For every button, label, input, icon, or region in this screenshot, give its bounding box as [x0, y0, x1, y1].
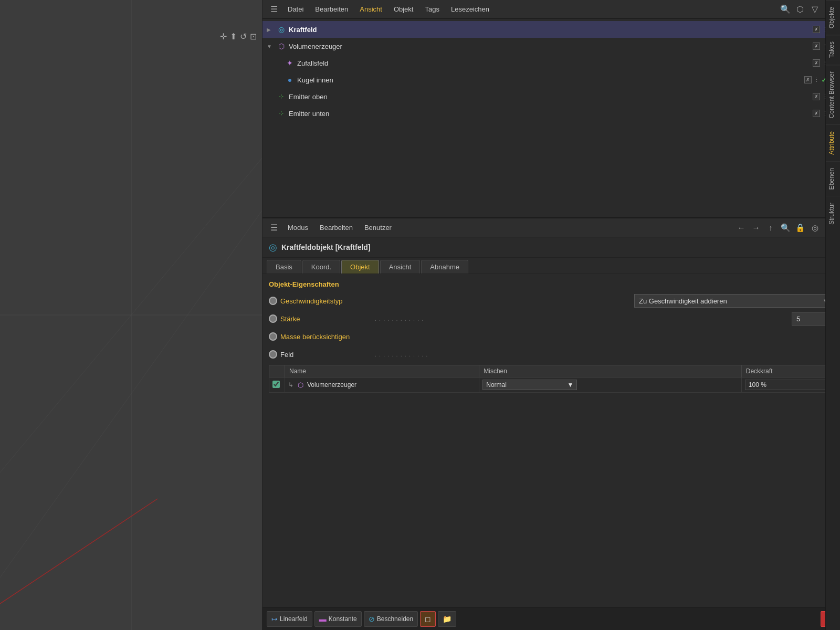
list-item[interactable]: ● Kugel innen ✗ ⋮ ✓ — [262, 71, 840, 88]
top-menubar: ☰ Datei Bearbeiten Ansicht Objekt Tags L… — [262, 0, 840, 19]
menu-bearbeiten[interactable]: Bearbeiten — [310, 3, 353, 15]
nav-up-icon[interactable]: ↑ — [764, 222, 777, 234]
obj-vis-checkbox[interactable]: ✗ — [813, 26, 820, 33]
linearfeld-label: Linearfeld — [280, 615, 308, 623]
attr-lock-icon[interactable]: 🔒 — [794, 222, 806, 234]
object-panel: ▶ ◎ Kraftfeld ✗ ⋮ ✓ ▼ ⬡ Volumenerzeuger … — [262, 19, 840, 218]
obj-vis-checkbox[interactable]: ✗ — [813, 59, 820, 67]
kugel-icon: ● — [285, 75, 295, 85]
prop-label-geschwindigkeitstyp: Geschwindigkeitstyp — [280, 297, 375, 305]
row-mischen-cell: Normal ▼ — [479, 377, 742, 393]
tab-koord[interactable]: Koord. — [302, 260, 340, 274]
tab-objekt[interactable]: Objekt — [341, 260, 379, 274]
select-button[interactable]: ◻ — [420, 611, 436, 627]
search-icon[interactable]: 🔍 — [779, 3, 792, 16]
attr-bearbeiten[interactable]: Bearbeiten — [314, 222, 358, 234]
menu-hamburger-icon[interactable]: ☰ — [267, 2, 281, 17]
sidebar-tab-ebenen[interactable]: Ebenen — [826, 161, 840, 196]
list-item[interactable]: ▼ ⬡ Volumenerzeuger ✗ ⋮ ✓ — [262, 38, 840, 55]
prop-label-masse: Masse berücksichtigen — [280, 333, 375, 341]
zufalls-icon: ✦ — [285, 58, 295, 68]
dropdown-value: Zu Geschwindigkeit addieren — [639, 297, 727, 305]
tree-expand-icon[interactable]: ▶ — [267, 27, 273, 33]
row-mischen-dropdown[interactable]: Normal ▼ — [482, 380, 577, 390]
viewport-grid — [0, 0, 262, 630]
list-item[interactable]: ✦ Zufallsfeld ✗ ⋮ ✓ — [262, 55, 840, 71]
zufallsfeld-label: Zufallsfeld — [297, 59, 811, 67]
menu-ansicht[interactable]: Ansicht — [354, 3, 387, 15]
mischen-value: Normal — [486, 381, 507, 388]
pan-icon[interactable]: ⬆ — [230, 32, 237, 41]
obj-vis-checkbox[interactable]: ✗ — [813, 93, 820, 100]
attributes-panel: ☰ Modus Bearbeiten Benutzer ← → ↑ 🔍 🔒 ◎ … — [262, 218, 840, 630]
attr-modus[interactable]: Modus — [282, 222, 313, 234]
filter-icon[interactable]: ⬡ — [794, 3, 806, 16]
row-link-icon: ↳ — [288, 381, 293, 388]
prop-radio-staerke[interactable] — [269, 314, 277, 323]
obj-dots: ⋮ — [814, 77, 819, 83]
prop-dropdown-geschwindigkeitstyp[interactable]: Zu Geschwindigkeit addieren ▼ — [634, 294, 834, 308]
tree-expand-icon[interactable]: ▼ — [267, 44, 273, 49]
obj-vis-checkbox[interactable]: ✗ — [813, 110, 820, 117]
obj-vis-checkbox[interactable]: ✗ — [804, 76, 812, 83]
list-item[interactable]: ⁘ Emitter oben ✗ ⋮ ✓ — [262, 88, 840, 105]
prop-radio-geschwindigkeitstyp[interactable] — [269, 297, 277, 305]
folder-button[interactable]: 📁 — [438, 611, 456, 627]
col-deckkraft-header: Deckkraft — [741, 365, 833, 377]
beschneiden-icon: ⊘ — [369, 615, 375, 623]
zoom-icon[interactable]: ⊡ — [250, 32, 257, 41]
menu-objekt[interactable]: Objekt — [388, 3, 419, 15]
kugel-label: Kugel innen — [297, 76, 802, 84]
sidebar-tab-struktur[interactable]: Struktur — [826, 196, 840, 231]
row-name-cell: ↳ ⬡ Volumenerzeuger — [285, 377, 479, 393]
konstante-label: Konstante — [329, 615, 357, 623]
emitter-unten-icon: ⁘ — [276, 108, 287, 119]
funnel-icon[interactable]: ▽ — [808, 3, 821, 16]
properties-area: Objekt-Eigenschaften Geschwindigkeitstyp… — [262, 274, 840, 607]
obj-vis-checkbox[interactable]: ✗ — [813, 43, 820, 50]
row-checkbox-cell — [269, 377, 285, 393]
nav-back-icon[interactable]: ← — [735, 222, 748, 234]
linearfeld-button[interactable]: ↦ Linearfeld — [267, 611, 312, 627]
beschneiden-button[interactable]: ⊘ Beschneiden — [364, 611, 418, 627]
attr-title-text: Kraftfeldobjekt [Kraftfeld] — [281, 243, 371, 251]
list-item[interactable]: ⁘ Emitter unten ✗ ⋮ ✓ — [262, 105, 840, 122]
sidebar-tab-objekte[interactable]: Objekte — [826, 0, 840, 35]
konstante-button[interactable]: ▬ Konstante — [314, 611, 362, 627]
row-deckkraft-value[interactable]: 100 % — [745, 380, 830, 390]
rotate-icon[interactable]: ↺ — [240, 32, 247, 41]
move-icon[interactable]: ✛ — [220, 32, 227, 41]
prop-radio-masse[interactable] — [269, 332, 277, 341]
tab-ansicht[interactable]: Ansicht — [380, 260, 421, 274]
attr-hamburger-icon[interactable]: ☰ — [267, 220, 281, 235]
attr-search-icon[interactable]: 🔍 — [779, 222, 792, 234]
attr-benutzer[interactable]: Benutzer — [359, 222, 397, 234]
tab-basis[interactable]: Basis — [267, 260, 301, 274]
prop-dots-feld: . . . . . . . . . . . . . — [375, 351, 834, 358]
row-checked-checkbox[interactable] — [272, 381, 280, 388]
prop-radio-feld[interactable] — [269, 350, 277, 359]
tabs-row: Basis Koord. Objekt Ansicht Abnahme — [262, 258, 840, 274]
emitter-oben-icon: ⁘ — [276, 91, 287, 102]
tab-abnahme[interactable]: Abnahme — [421, 260, 468, 274]
right-panel: ☰ Datei Bearbeiten Ansicht Objekt Tags L… — [262, 0, 840, 630]
sidebar-tab-content-browser[interactable]: Content Browser — [826, 65, 840, 124]
volumenerzeuger-label: Volumenerzeuger — [289, 43, 811, 50]
viewport-toolbar[interactable]: ✛ ⬆ ↺ ⊡ — [220, 32, 257, 41]
prop-row-staerke: Stärke . . . . . . . . . . . . 5 ▲ ▼ — [269, 311, 834, 326]
prop-label-feld: Feld — [280, 351, 375, 359]
menu-datei[interactable]: Datei — [282, 3, 309, 15]
list-item[interactable]: ▶ ◎ Kraftfeld ✗ ⋮ ✓ — [262, 21, 840, 38]
volumen-icon: ⬡ — [276, 41, 287, 51]
row-name-label: Volumenerzeuger — [307, 381, 356, 388]
attr-target-icon[interactable]: ◎ — [808, 222, 821, 234]
konstante-icon: ▬ — [319, 615, 327, 623]
attr-menubar-right: ← → ↑ 🔍 🔒 ◎ ＋ — [735, 222, 836, 234]
attr-title-bar: ◎ Kraftfeldobjekt [Kraftfeld] — [262, 237, 840, 258]
menu-tags[interactable]: Tags — [419, 3, 444, 15]
nav-forward-icon[interactable]: → — [750, 222, 762, 234]
sidebar-tab-attribute[interactable]: Attribute — [826, 124, 840, 161]
sidebar-tab-takes[interactable]: Takes — [826, 35, 840, 64]
emitter-unten-label: Emitter unten — [289, 110, 811, 118]
menu-lesezeichen[interactable]: Lesezeichen — [446, 3, 495, 15]
